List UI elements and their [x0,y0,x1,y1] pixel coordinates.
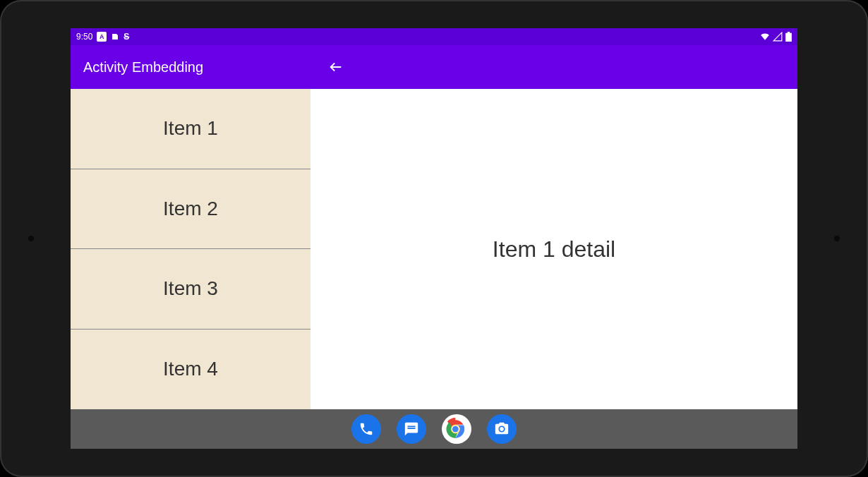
status-left: 9:50 A S [76,32,129,42]
svg-point-2 [452,426,459,433]
status-badge-s: S [123,32,129,42]
status-right [760,32,792,42]
content: Item 1 Item 2 Item 3 Item 4 Item 1 detai… [71,89,797,409]
status-time: 9:50 [76,32,92,42]
list-item-label: Item 3 [163,277,218,300]
status-badge-a: A [97,32,107,42]
phone-icon [358,421,374,437]
list-item-label: Item 1 [163,117,218,140]
list-item-label: Item 2 [163,198,218,220]
list-item-label: Item 4 [163,358,218,380]
nav-phone-button[interactable] [351,414,381,444]
status-bar: 9:50 A S [71,28,797,45]
screen: 9:50 A S Activity Embedding [71,28,797,449]
list-item[interactable]: Item 1 [71,89,311,169]
app-title: Activity Embedding [71,59,203,76]
detail-text: Item 1 detail [493,236,615,262]
camera-icon [494,421,510,437]
app-bar: Activity Embedding [71,45,797,89]
back-button[interactable] [322,53,350,81]
tablet-frame: 9:50 A S Activity Embedding [0,0,868,477]
list-pane[interactable]: Item 1 Item 2 Item 3 Item 4 [71,89,311,409]
signal-icon [773,32,783,42]
list-item[interactable]: Item 2 [71,169,311,250]
list-item[interactable]: Item 4 [71,330,311,409]
list-item[interactable]: Item 3 [71,249,311,330]
wifi-icon [760,32,770,42]
battery-icon [785,32,792,42]
detail-pane: Item 1 detail [311,89,797,409]
nav-bar [71,409,797,449]
chrome-icon [442,414,471,444]
nav-chrome-button[interactable] [442,414,471,444]
card-icon [111,32,119,41]
nav-messages-button[interactable] [397,414,426,444]
nav-camera-button[interactable] [487,414,517,444]
messages-icon [404,421,419,437]
arrow-left-icon [328,59,344,75]
